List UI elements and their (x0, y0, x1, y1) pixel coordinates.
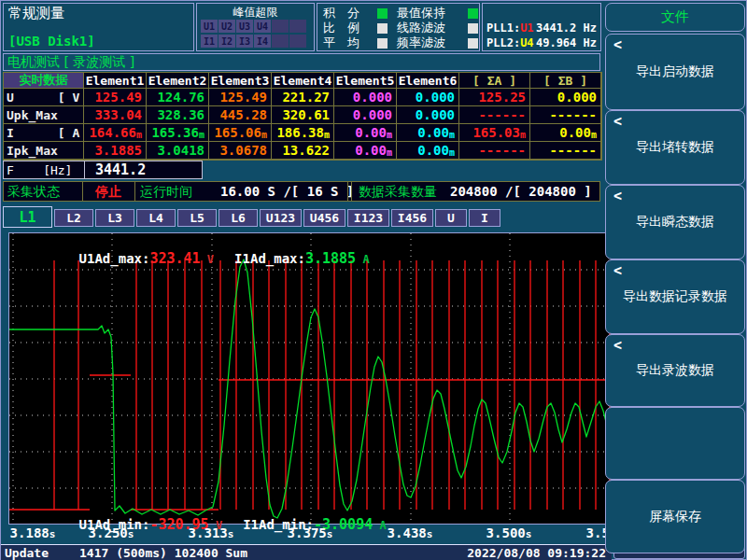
measurement-value: 0.00m (397, 142, 459, 160)
time-axis: 3.188s3.250s3.313s3.375s3.438s3.500s3.56… (1, 525, 619, 542)
toggle-row: 平 均频率滤波 (323, 35, 478, 50)
export-datalog-data-button[interactable]: 导出数据记录数据< (605, 259, 745, 334)
measurement-value: 0.000 (397, 89, 459, 106)
measurement-value: ------ (530, 106, 601, 124)
time-tick-label: 3.250s (81, 525, 141, 540)
export-stall-data-button[interactable]: 导出堵转数据< (605, 110, 745, 185)
frequency-box: F [Hz] 3441.2 (3, 161, 203, 179)
file-menu-button[interactable]: 文件 (605, 3, 745, 32)
tab-L4[interactable]: L4 (136, 209, 176, 227)
test-mode-label: 电机测试 [ 录波测试 ] (7, 54, 134, 71)
time-tick-label: 3.313s (181, 525, 241, 540)
measurement-value: 0.00m (530, 124, 601, 142)
peak-cell-U2: U2 (218, 20, 235, 33)
scale-indicator[interactable] (377, 23, 388, 34)
measurement-value: 165.36m (147, 124, 209, 142)
i-max-label: I1Ad_max: (234, 251, 305, 266)
table-header-ΣB: [ ΣB ] (530, 73, 601, 89)
time-tick-label: 3.188s (3, 525, 63, 540)
sample-count-value: 204800 /[ 204800 ] (450, 184, 592, 199)
row-label: Ipk_Max (4, 142, 84, 160)
peak-row-u: U1U2U3U4 (201, 20, 306, 33)
page-title: 常规测量 (8, 5, 64, 22)
measurement-value: 0.00m (397, 124, 459, 142)
waveform-display: U1Ad_max:323.41 VI1Ad_max:3.1885 A U1Ad_… (8, 232, 612, 525)
pll1-label: PLL1: (486, 21, 520, 35)
pll2-source: U4 (520, 36, 533, 49)
toggle-row: 积 分最值保持 (323, 6, 478, 21)
row-label: Upk_Max (4, 106, 84, 124)
u-max-unit: V (207, 253, 214, 266)
measurement-table: 实时数据Element1Element2Element3Element4Elem… (3, 72, 602, 161)
max-hold-indicator[interactable] (468, 8, 478, 19)
table-header-Element6: Element6 (397, 73, 459, 89)
power-analyzer-screen: 常规测量 [USB Disk1] 峰值超限 U1U2U3U4I1I2I3I4 积… (0, 0, 747, 560)
measurement-value: ------ (459, 142, 530, 160)
integral-indicator[interactable] (377, 8, 388, 19)
tab-L3[interactable]: L3 (95, 209, 134, 227)
toggle-row: 比 例线路滤波 (323, 21, 478, 35)
table-header-Element5: Element5 (334, 73, 397, 89)
status-footer: Update 1417 (500ms) 102400 Sum 2022/08/0… (1, 544, 612, 560)
sample-count-label: 数据采集数量 (359, 184, 437, 201)
average-indicator[interactable] (377, 38, 388, 49)
export-waveform-data-button[interactable]: 导出录波数据< (605, 334, 745, 407)
peak-row-i: I1I2I3I4 (201, 35, 306, 48)
u-max-value: 323.41 (149, 250, 200, 267)
measurement-value: 3.0678 (209, 142, 272, 160)
tab-I[interactable]: I (469, 209, 500, 227)
measurement-value: 13.622 (272, 142, 334, 160)
tab-L2[interactable]: L2 (54, 209, 93, 227)
chevron-left-icon: < (613, 337, 622, 354)
tab-I123[interactable]: I123 (347, 209, 389, 227)
measurement-value: 0.000 (397, 106, 459, 124)
tab-L6[interactable]: L6 (218, 209, 258, 227)
tab-L5[interactable]: L5 (177, 209, 217, 227)
usb-disk-status: [USB Disk1] (8, 34, 95, 49)
time-tick-label: 3.500s (479, 525, 539, 540)
measurement-value: 320.61 (272, 106, 334, 124)
measurement-value: 0.00m (334, 142, 397, 160)
peak-over-limit-panel: 峰值超限 U1U2U3U4I1I2I3I4 (196, 3, 315, 51)
measurement-value: 445.28 (209, 106, 272, 124)
export-transient-data-button[interactable]: 导出瞬态数据< (605, 185, 745, 259)
chevron-left-icon: < (613, 188, 622, 204)
measurement-value: 125.49 (209, 89, 272, 106)
frequency-value: 3441.2 (95, 161, 146, 178)
measurement-value: 125.49 (84, 89, 147, 106)
empty-menu-button (605, 407, 745, 480)
update-label: Update (5, 546, 49, 560)
u-max-label: U1Ad_max: (79, 251, 150, 266)
peak-cell-U3: U3 (236, 20, 253, 33)
run-time-label: 运行时间 (140, 184, 192, 201)
row-label: I [ A ] (4, 124, 84, 142)
channel-tabs: L1L2L3L4L5L6U123U456I123I456UI (3, 206, 600, 229)
peak-cell-empty (289, 20, 306, 33)
tab-U123[interactable]: U123 (260, 209, 302, 227)
measurement-value: ------ (530, 142, 601, 160)
measurement-value: 333.04 (84, 106, 147, 124)
tab-U[interactable]: U (435, 209, 467, 227)
pll1-value: 3441.2 Hz (536, 21, 597, 35)
pll2-row: PLL2:U4 49.964 Hz (486, 35, 597, 50)
export-start-data-button[interactable]: 导出启动数据< (605, 34, 745, 110)
chevron-left-icon: < (613, 36, 622, 53)
tab-I456[interactable]: I456 (391, 209, 433, 227)
measurement-value: 3.0418 (147, 142, 209, 160)
peak-cell-I1: I1 (201, 35, 218, 48)
tab-U456[interactable]: U456 (303, 209, 345, 227)
table-header-Element4: Element4 (272, 73, 334, 89)
chevron-left-icon: < (613, 113, 622, 130)
measure-toggles-panel: 积 分最值保持比 例线路滤波平 均频率滤波 (317, 3, 480, 51)
row-label: U [ V ] (4, 89, 84, 106)
test-mode-bar: 电机测试 [ 录波测试 ] (3, 53, 600, 71)
measurement-value: 0.000 (334, 106, 397, 124)
freq-filter-indicator[interactable] (468, 38, 478, 49)
peak-cell-I2: I2 (218, 35, 235, 48)
tab-L1[interactable]: L1 (3, 206, 52, 228)
line-filter-indicator[interactable] (468, 23, 478, 34)
screen-save-button[interactable]: 屏幕保存 (605, 480, 745, 553)
measurement-value: 3.1885 (84, 142, 147, 160)
i-max-unit: A (362, 253, 369, 266)
i-max-value: 3.1885 (305, 250, 356, 267)
